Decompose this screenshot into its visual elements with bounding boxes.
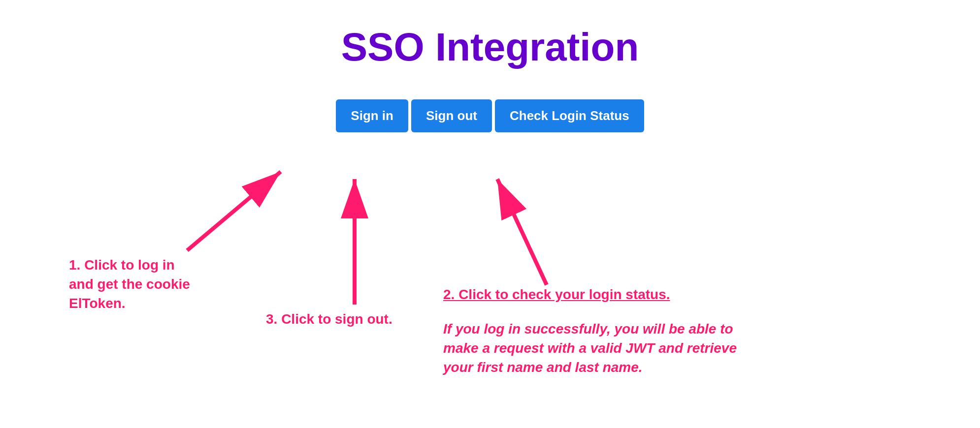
page-title: SSO Integration: [0, 0, 980, 70]
annotations-layer: 1. Click to log in and get the cookie El…: [0, 142, 980, 413]
annotation2-text: 3. Click to sign out.: [266, 309, 392, 329]
annotation3-title-text: 2. Click to check your login status.: [443, 285, 670, 304]
sign-out-button[interactable]: Sign out: [411, 99, 492, 132]
check-login-status-button[interactable]: Check Login Status: [495, 99, 644, 132]
annotation1-text: 1. Click to log in and get the cookie El…: [69, 255, 190, 313]
buttons-row: Sign in Sign out Check Login Status: [0, 99, 980, 132]
annotation3-body-text: If you log in successfully, you will be …: [443, 319, 737, 377]
svg-line-5: [497, 179, 547, 285]
sign-in-button[interactable]: Sign in: [336, 99, 408, 132]
